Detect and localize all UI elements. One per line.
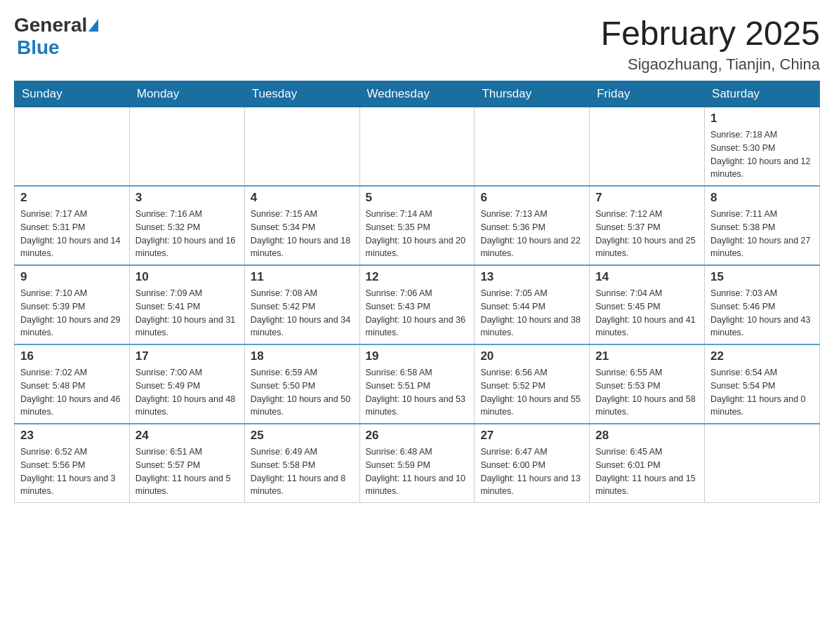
calendar-cell: 1Sunrise: 7:18 AM Sunset: 5:30 PM Daylig… bbox=[705, 107, 820, 187]
calendar-cell: 8Sunrise: 7:11 AM Sunset: 5:38 PM Daylig… bbox=[705, 186, 820, 265]
day-number: 8 bbox=[710, 191, 814, 205]
day-info: Sunrise: 7:04 AM Sunset: 5:45 PM Dayligh… bbox=[595, 287, 699, 340]
calendar-cell: 20Sunrise: 6:56 AM Sunset: 5:52 PM Dayli… bbox=[475, 344, 590, 424]
day-info: Sunrise: 7:18 AM Sunset: 5:30 PM Dayligh… bbox=[710, 128, 814, 181]
day-number: 10 bbox=[135, 270, 239, 284]
location-subtitle: Sigaozhuang, Tianjin, China bbox=[601, 55, 820, 74]
day-number: 21 bbox=[595, 349, 699, 363]
calendar-day-header-monday: Monday bbox=[129, 81, 244, 107]
calendar-day-header-saturday: Saturday bbox=[705, 81, 820, 107]
day-info: Sunrise: 7:03 AM Sunset: 5:46 PM Dayligh… bbox=[710, 287, 814, 340]
day-number: 16 bbox=[20, 349, 124, 363]
calendar-table: SundayMondayTuesdayWednesdayThursdayFrid… bbox=[14, 81, 820, 503]
calendar-header-row: SundayMondayTuesdayWednesdayThursdayFrid… bbox=[15, 81, 820, 107]
day-number: 20 bbox=[480, 349, 583, 363]
calendar-cell: 10Sunrise: 7:09 AM Sunset: 5:41 PM Dayli… bbox=[129, 265, 244, 344]
day-info: Sunrise: 7:10 AM Sunset: 5:39 PM Dayligh… bbox=[20, 287, 124, 340]
day-info: Sunrise: 7:11 AM Sunset: 5:38 PM Dayligh… bbox=[710, 208, 814, 260]
calendar-cell: 28Sunrise: 6:45 AM Sunset: 6:01 PM Dayli… bbox=[590, 424, 705, 503]
calendar-day-header-thursday: Thursday bbox=[475, 81, 590, 107]
day-info: Sunrise: 6:55 AM Sunset: 5:53 PM Dayligh… bbox=[595, 366, 699, 419]
calendar-cell: 18Sunrise: 6:59 AM Sunset: 5:50 PM Dayli… bbox=[244, 344, 359, 424]
day-number: 26 bbox=[366, 429, 469, 443]
day-number: 6 bbox=[480, 191, 583, 205]
day-info: Sunrise: 7:08 AM Sunset: 5:42 PM Dayligh… bbox=[251, 287, 354, 340]
day-number: 13 bbox=[480, 270, 583, 284]
calendar-cell bbox=[15, 107, 130, 187]
day-number: 19 bbox=[366, 349, 469, 363]
calendar-cell: 27Sunrise: 6:47 AM Sunset: 6:00 PM Dayli… bbox=[475, 424, 590, 503]
day-info: Sunrise: 7:05 AM Sunset: 5:44 PM Dayligh… bbox=[480, 287, 583, 340]
day-number: 27 bbox=[480, 429, 583, 443]
day-info: Sunrise: 7:09 AM Sunset: 5:41 PM Dayligh… bbox=[135, 287, 239, 340]
calendar-cell: 14Sunrise: 7:04 AM Sunset: 5:45 PM Dayli… bbox=[590, 265, 705, 344]
day-info: Sunrise: 7:12 AM Sunset: 5:37 PM Dayligh… bbox=[595, 208, 699, 260]
day-number: 7 bbox=[595, 191, 699, 205]
day-number: 28 bbox=[595, 429, 699, 443]
day-info: Sunrise: 6:52 AM Sunset: 5:56 PM Dayligh… bbox=[20, 445, 124, 498]
day-info: Sunrise: 7:00 AM Sunset: 5:49 PM Dayligh… bbox=[135, 366, 239, 419]
day-number: 24 bbox=[135, 429, 239, 443]
calendar-cell: 22Sunrise: 6:54 AM Sunset: 5:54 PM Dayli… bbox=[705, 344, 820, 424]
calendar-cell: 4Sunrise: 7:15 AM Sunset: 5:34 PM Daylig… bbox=[244, 186, 359, 265]
calendar-cell bbox=[590, 107, 705, 187]
calendar-cell: 6Sunrise: 7:13 AM Sunset: 5:36 PM Daylig… bbox=[475, 186, 590, 265]
page-header: General Blue February 2025 Sigaozhuang, … bbox=[14, 14, 820, 74]
day-info: Sunrise: 6:49 AM Sunset: 5:58 PM Dayligh… bbox=[251, 445, 354, 498]
day-number: 25 bbox=[251, 429, 354, 443]
calendar-cell: 11Sunrise: 7:08 AM Sunset: 5:42 PM Dayli… bbox=[244, 265, 359, 344]
calendar-cell: 24Sunrise: 6:51 AM Sunset: 5:57 PM Dayli… bbox=[129, 424, 244, 503]
day-number: 22 bbox=[710, 349, 814, 363]
calendar-day-header-tuesday: Tuesday bbox=[244, 81, 359, 107]
calendar-cell: 19Sunrise: 6:58 AM Sunset: 5:51 PM Dayli… bbox=[359, 344, 475, 424]
day-number: 14 bbox=[595, 270, 699, 284]
day-info: Sunrise: 7:17 AM Sunset: 5:31 PM Dayligh… bbox=[20, 208, 124, 260]
month-title: February 2025 bbox=[601, 14, 820, 53]
day-number: 5 bbox=[366, 191, 469, 205]
day-info: Sunrise: 6:58 AM Sunset: 5:51 PM Dayligh… bbox=[366, 366, 469, 419]
calendar-day-header-wednesday: Wednesday bbox=[359, 81, 475, 107]
day-info: Sunrise: 6:59 AM Sunset: 5:50 PM Dayligh… bbox=[251, 366, 354, 419]
logo-blue-text: Blue bbox=[17, 36, 60, 58]
day-info: Sunrise: 6:48 AM Sunset: 5:59 PM Dayligh… bbox=[366, 445, 469, 498]
calendar-cell: 2Sunrise: 7:17 AM Sunset: 5:31 PM Daylig… bbox=[15, 186, 130, 265]
day-number: 15 bbox=[710, 270, 814, 284]
calendar-day-header-friday: Friday bbox=[590, 81, 705, 107]
calendar-cell bbox=[129, 107, 244, 187]
day-number: 12 bbox=[366, 270, 469, 284]
day-info: Sunrise: 6:45 AM Sunset: 6:01 PM Dayligh… bbox=[595, 445, 699, 498]
calendar-cell bbox=[475, 107, 590, 187]
day-info: Sunrise: 7:15 AM Sunset: 5:34 PM Dayligh… bbox=[251, 208, 354, 260]
calendar-week-row-3: 9Sunrise: 7:10 AM Sunset: 5:39 PM Daylig… bbox=[15, 265, 820, 344]
logo-arrow-icon bbox=[88, 19, 98, 32]
day-info: Sunrise: 6:54 AM Sunset: 5:54 PM Dayligh… bbox=[710, 366, 814, 419]
calendar-cell bbox=[244, 107, 359, 187]
day-info: Sunrise: 7:06 AM Sunset: 5:43 PM Dayligh… bbox=[366, 287, 469, 340]
day-info: Sunrise: 7:16 AM Sunset: 5:32 PM Dayligh… bbox=[135, 208, 239, 260]
calendar-cell: 7Sunrise: 7:12 AM Sunset: 5:37 PM Daylig… bbox=[590, 186, 705, 265]
title-block: February 2025 Sigaozhuang, Tianjin, Chin… bbox=[601, 14, 820, 74]
day-number: 2 bbox=[20, 191, 124, 205]
calendar-cell: 21Sunrise: 6:55 AM Sunset: 5:53 PM Dayli… bbox=[590, 344, 705, 424]
day-info: Sunrise: 6:56 AM Sunset: 5:52 PM Dayligh… bbox=[480, 366, 583, 419]
logo: General Blue bbox=[14, 14, 100, 59]
calendar-cell bbox=[359, 107, 475, 187]
day-info: Sunrise: 7:14 AM Sunset: 5:35 PM Dayligh… bbox=[366, 208, 469, 260]
calendar-cell: 12Sunrise: 7:06 AM Sunset: 5:43 PM Dayli… bbox=[359, 265, 475, 344]
calendar-cell: 3Sunrise: 7:16 AM Sunset: 5:32 PM Daylig… bbox=[129, 186, 244, 265]
calendar-day-header-sunday: Sunday bbox=[15, 81, 130, 107]
day-number: 9 bbox=[20, 270, 124, 284]
calendar-cell: 23Sunrise: 6:52 AM Sunset: 5:56 PM Dayli… bbox=[15, 424, 130, 503]
calendar-cell: 16Sunrise: 7:02 AM Sunset: 5:48 PM Dayli… bbox=[15, 344, 130, 424]
calendar-cell: 17Sunrise: 7:00 AM Sunset: 5:49 PM Dayli… bbox=[129, 344, 244, 424]
day-info: Sunrise: 7:13 AM Sunset: 5:36 PM Dayligh… bbox=[480, 208, 583, 260]
calendar-cell: 26Sunrise: 6:48 AM Sunset: 5:59 PM Dayli… bbox=[359, 424, 475, 503]
day-info: Sunrise: 6:51 AM Sunset: 5:57 PM Dayligh… bbox=[135, 445, 239, 498]
calendar-cell: 9Sunrise: 7:10 AM Sunset: 5:39 PM Daylig… bbox=[15, 265, 130, 344]
calendar-cell: 25Sunrise: 6:49 AM Sunset: 5:58 PM Dayli… bbox=[244, 424, 359, 503]
calendar-week-row-4: 16Sunrise: 7:02 AM Sunset: 5:48 PM Dayli… bbox=[15, 344, 820, 424]
day-info: Sunrise: 6:47 AM Sunset: 6:00 PM Dayligh… bbox=[480, 445, 583, 498]
day-number: 11 bbox=[251, 270, 354, 284]
calendar-week-row-5: 23Sunrise: 6:52 AM Sunset: 5:56 PM Dayli… bbox=[15, 424, 820, 503]
logo-general-text: General bbox=[14, 14, 87, 36]
